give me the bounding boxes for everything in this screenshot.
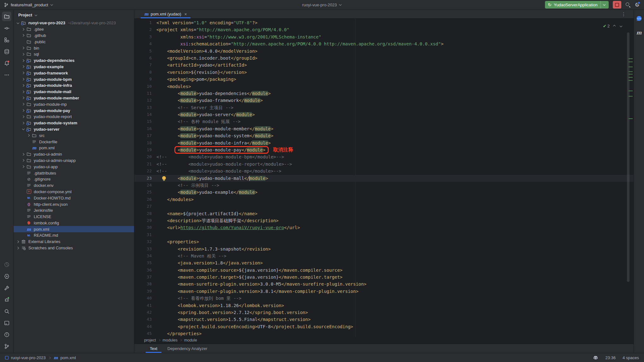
chevron-right-icon[interactable] [20, 159, 26, 162]
chevron-right-icon[interactable] [20, 34, 26, 37]
line-number[interactable]: 5 [134, 48, 156, 55]
maven-tool-button[interactable]: m [634, 28, 644, 38]
tree-row[interactable]: .github [14, 33, 134, 39]
view-tab-text[interactable]: Text [146, 344, 161, 353]
more-tool-windows-button[interactable] [2, 70, 11, 80]
tab-options-icon[interactable]: ⋮ [621, 11, 626, 17]
code-line[interactable]: 1<?xml version="1.0" encoding="UTF-8"?> [134, 19, 634, 26]
stop-button[interactable] [613, 1, 621, 9]
line-number[interactable]: 44 [134, 323, 156, 330]
line-number[interactable]: 6 [134, 55, 156, 62]
code-line[interactable]: 18 <module>yudao-module-infra</module> [134, 139, 634, 146]
line-number[interactable]: 26 [134, 196, 156, 203]
code-line[interactable]: 4 xsi:schemaLocation="http://maven.apach… [134, 40, 634, 47]
tree-row[interactable]: bin [14, 45, 134, 51]
indent-setting[interactable]: 4 spaces [623, 355, 639, 360]
chevron-right-icon[interactable] [20, 28, 26, 31]
line-number[interactable]: 39 [134, 288, 156, 295]
line-number[interactable]: 41 [134, 302, 156, 309]
status-project-name[interactable]: ruoyi-vue-pro-2023 [11, 355, 46, 360]
chevron-right-icon[interactable] [26, 134, 31, 137]
line-number[interactable]: 19 [134, 146, 156, 153]
chevron-right-icon[interactable] [20, 78, 26, 81]
tree-row[interactable]: docker.env [14, 182, 134, 189]
line-number[interactable]: 29 [134, 217, 156, 224]
tree-row[interactable]: .gitee [14, 26, 134, 33]
chevron-right-icon[interactable] [20, 103, 26, 106]
code-line[interactable]: 26 </modules> [134, 196, 634, 203]
line-number[interactable]: 14 [134, 111, 156, 118]
tree-row[interactable]: .public [14, 39, 134, 45]
code-line[interactable]: 31 [134, 231, 634, 238]
line-number[interactable]: 40 [134, 295, 156, 302]
tree-row[interactable]: .gitattributes [14, 170, 134, 176]
code-line[interactable]: 34 <!-- Maven 相关 --> [134, 252, 634, 259]
line-number[interactable]: 34 [134, 252, 156, 259]
code-line[interactable]: 16 <module>yudao-module-member</module> [134, 125, 634, 132]
line-number[interactable]: 33 [134, 246, 156, 252]
tree-row[interactable]: yudao-ui-admin [14, 151, 134, 157]
line-number[interactable]: 25 [134, 189, 156, 196]
line-number[interactable]: 4 [134, 40, 156, 47]
line-number[interactable]: 37 [134, 274, 156, 281]
tree-row[interactable]: sql [14, 51, 134, 57]
build-tool-button[interactable] [2, 283, 11, 293]
project-tool-button[interactable] [2, 12, 11, 21]
breadcrumb-item[interactable]: modules [163, 338, 178, 342]
line-number[interactable]: 24 [134, 182, 156, 189]
code-line[interactable]: 44 <project.build.sourceEncoding>UTF-8</… [134, 323, 634, 330]
chevron-right-icon[interactable] [15, 240, 20, 243]
intention-bulb-icon[interactable] [162, 176, 166, 180]
notifications-tool-button[interactable] [2, 58, 11, 68]
code-line[interactable]: 25 <module>yudao-example</module> [134, 189, 634, 196]
inspections-widget[interactable]: ✔ 2 [603, 24, 622, 28]
line-number[interactable]: 12 [134, 97, 156, 104]
line-number[interactable]: 43 [134, 316, 156, 323]
code-line[interactable]: 33 <revision>1.7.3-snapshot</revision> [134, 246, 634, 252]
code-line[interactable]: 8 <version>${revision}</version> [134, 69, 634, 76]
settings-button[interactable]: ⚙ [635, 2, 640, 8]
tree-row[interactable]: yudao-module-pay [14, 107, 134, 114]
line-number[interactable]: 17 [134, 132, 156, 139]
tree-row[interactable]: External Libraries [14, 239, 134, 245]
profiler-tool-button[interactable] [2, 260, 11, 269]
line-number[interactable]: 22 [134, 168, 156, 175]
tree-row[interactable]: {}http-client.env.json [14, 201, 134, 207]
code-line[interactable]: 21<!-- <module>yudao-module-report</modu… [134, 161, 634, 168]
close-icon[interactable]: × [184, 12, 187, 17]
code-line[interactable]: 2<project xmlns="http://maven.apache.org… [134, 26, 634, 33]
tree-row[interactable]: yudao-module-infra [14, 82, 134, 89]
code-line[interactable]: 10 <modules> [134, 83, 634, 90]
breadcrumb-item[interactable]: project [144, 338, 156, 342]
line-number[interactable]: 16 [134, 125, 156, 132]
database-tool-button[interactable] [2, 47, 11, 56]
tree-row[interactable]: src [14, 132, 134, 139]
project-panel-header[interactable]: Project [14, 10, 134, 20]
chevron-right-icon[interactable] [20, 53, 26, 56]
project-title-widget[interactable]: ruoyi-vue-pro-2023 [302, 3, 342, 7]
code-line[interactable]: 12 <module>yudao-framework</module> [134, 97, 634, 104]
code-line[interactable]: 39 <maven-compiler-plugin.version>3.8.1<… [134, 288, 634, 295]
caret-position[interactable]: 23:36 [605, 355, 616, 360]
code-line[interactable]: 3 xmlns:xsi="http://www.w3.org/2001/XMLS… [134, 33, 634, 40]
tree-row[interactable]: yudao-module-report [14, 114, 134, 120]
code-line[interactable]: 7 <artifactId>yudao</artifactId> [134, 62, 634, 68]
code-line[interactable]: 17 <module>yudao-module-system</module> [134, 132, 634, 139]
code-line[interactable]: 29 <description>芋道项目基础脚手架</description> [134, 217, 634, 224]
tree-row[interactable]: yudao-module-bpm [14, 76, 134, 82]
copilot-icon[interactable] [593, 355, 598, 360]
line-number[interactable]: 28 [134, 210, 156, 217]
line-number[interactable]: 2 [134, 26, 156, 33]
code-line[interactable]: 45 </properties> [134, 330, 634, 336]
chevron-right-icon[interactable] [20, 47, 26, 50]
chevron-right-icon[interactable] [20, 65, 26, 68]
chevron-right-icon[interactable] [20, 115, 26, 118]
status-file-name[interactable]: pom.xml [61, 355, 76, 360]
tree-row[interactable]: Ydocker-compose.yml [14, 189, 134, 195]
structure-tool-button[interactable] [2, 35, 11, 45]
tree-row[interactable]: yudao-module-system [14, 120, 134, 126]
search-everywhere-button[interactable] [625, 2, 631, 8]
code-line[interactable]: 20<!-- <module>yudao-module-bpm</module>… [134, 153, 634, 160]
code-line[interactable]: 19 <module>yudao-module-pay</module>取消注释 [134, 146, 634, 153]
code-line[interactable]: 37 <maven.compiler.target>${java.version… [134, 274, 634, 281]
